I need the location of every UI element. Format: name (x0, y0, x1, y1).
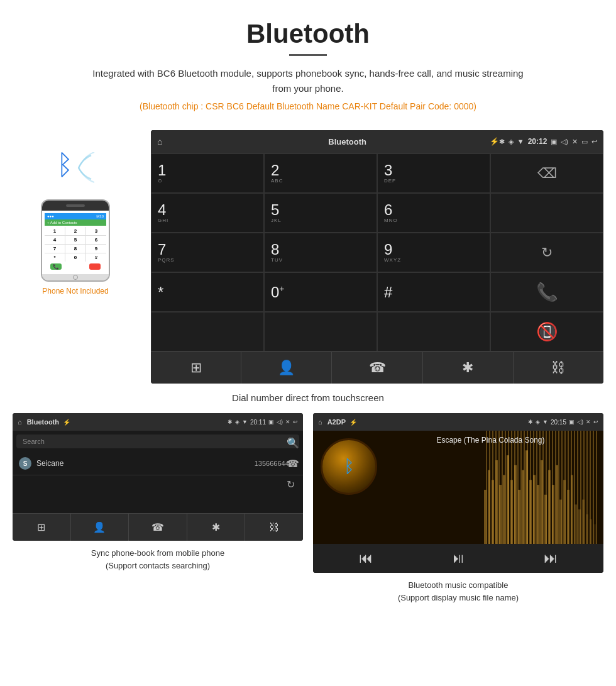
phonebook-screen: ⌂ Bluetooth ⚡ ✱ ◈ ▼ 20:11 ▣ ◁) ✕ ↩ Searc… (13, 413, 303, 541)
dial-empty-r5c3 (377, 312, 490, 351)
pb-status-bar: ⌂ Bluetooth ⚡ ✱ ◈ ▼ 20:11 ▣ ◁) ✕ ↩ (13, 413, 303, 431)
music-screen-wrap: ⌂ A2DP ⚡ ✱ ◈ ▼ 20:15 ▣ ◁) ✕ ↩ ᛒ (313, 413, 603, 604)
dial-key-4[interactable]: 4 GHI (151, 193, 264, 233)
dial-caption: Dial number direct from touchscreen (0, 392, 616, 403)
pb-call-icon[interactable]: ☎ (287, 458, 299, 470)
pb-search-bar[interactable]: Search (16, 434, 299, 448)
nav-contacts-icon: 👤 (278, 360, 295, 376)
nav-link-item[interactable]: ⛓ (514, 352, 603, 384)
music-home-icon[interactable]: ⌂ (318, 418, 322, 426)
pb-side-icons: 🔍 ☎ ↻ (287, 434, 299, 490)
car-home-icon[interactable]: ⌂ (157, 136, 162, 147)
dial-call-green-key[interactable]: 📞 (490, 272, 603, 312)
pb-contact-avatar: S (19, 457, 31, 470)
svg-rect-7 (510, 480, 513, 544)
music-caption: Bluetooth music compatible(Support displ… (398, 579, 519, 604)
dial-call-red-key[interactable]: 📵 (490, 312, 603, 351)
pb-spacer (13, 475, 303, 513)
svg-rect-10 (522, 470, 524, 544)
car-usb-icon: ⚡ (490, 137, 499, 146)
pb-nav-link[interactable]: ⛓ (245, 514, 303, 541)
phone-keypad: 1 2 3 4 5 6 7 8 9 * 0 # (45, 227, 106, 262)
dial-num-2: 2 (271, 163, 279, 178)
svg-rect-14 (537, 485, 539, 544)
phone-not-included-label: Phone Not Included (42, 287, 108, 296)
phone-key-2: 2 (65, 227, 85, 235)
svg-rect-21 (563, 480, 566, 544)
pb-close-icon[interactable]: ✕ (285, 419, 290, 425)
phone-key-5: 5 (65, 236, 85, 244)
dial-key-7[interactable]: 7 PQRS (151, 233, 264, 272)
music-vol-icon: ◁) (577, 419, 583, 425)
car-close-icon[interactable]: ✕ (572, 138, 578, 146)
pb-back-icon[interactable]: ↩ (293, 419, 298, 425)
dial-num-hash: # (384, 285, 392, 300)
phone-contacts-header: + Add to Contacts (45, 219, 106, 226)
pb-nav-calls[interactable]: ☎ (129, 514, 187, 541)
pb-contact-name[interactable]: Seicane (36, 459, 255, 468)
nav-contacts-item[interactable]: 👤 (241, 352, 332, 384)
nav-bluetooth-item[interactable]: ✱ (423, 352, 514, 384)
pb-nav-bluetooth[interactable]: ✱ (187, 514, 246, 541)
nav-dialpad-item[interactable]: ⊞ (151, 352, 241, 384)
dial-num-5: 5 (271, 202, 279, 218)
next-track-button[interactable]: ⏭ (544, 550, 558, 567)
page-title: Bluetooth (13, 19, 603, 49)
dial-redial-key[interactable]: ↻ (490, 233, 603, 272)
redial-icon: ↻ (541, 245, 553, 261)
dial-backspace-key[interactable]: ⌫ (490, 153, 603, 193)
dial-sub-3: DEF (384, 178, 396, 184)
dial-num-0: 0+ (271, 284, 285, 300)
dial-num-4: 4 (158, 202, 166, 218)
dialpad-grid: 1 ⊙ 2 ABC 3 DEF ⌫ 4 GHI 5 JKL (151, 153, 603, 351)
car-bt-icon: ✱ (499, 138, 505, 146)
dial-key-hash[interactable]: # (377, 272, 490, 312)
music-back-icon[interactable]: ↩ (593, 419, 598, 425)
dial-key-star[interactable]: * (151, 272, 264, 312)
pb-refresh-icon[interactable]: ↻ (287, 479, 299, 490)
dial-key-9[interactable]: 9 WXYZ (377, 233, 490, 272)
call-green-icon: 📞 (536, 282, 558, 302)
svg-rect-1 (488, 470, 490, 544)
car-back-icon[interactable]: ↩ (591, 138, 597, 146)
svg-rect-19 (556, 465, 558, 544)
dial-sub-2: ABC (271, 178, 283, 184)
phone-key-8: 8 (65, 245, 85, 253)
dial-sub-9: WXYZ (384, 257, 401, 263)
prev-track-button[interactable]: ⏮ (359, 550, 373, 567)
phonebook-caption: Sync phone-book from mobile phone(Suppor… (91, 547, 224, 572)
phone-key-1: 1 (45, 227, 65, 235)
dial-key-2[interactable]: 2 ABC (264, 153, 377, 193)
dial-key-8[interactable]: 8 TUV (264, 233, 377, 272)
dial-key-6[interactable]: 6 MNO (377, 193, 490, 233)
dial-num-star: * (158, 285, 163, 300)
dial-key-5[interactable]: 5 JKL (264, 193, 377, 233)
dial-empty-r5c1 (151, 312, 264, 351)
svg-rect-5 (503, 475, 505, 544)
phone-key-4: 4 (45, 236, 65, 244)
dial-key-0[interactable]: 0+ (264, 272, 377, 312)
pb-vol-icon: ◁) (277, 419, 283, 425)
play-pause-button[interactable]: ⏯ (451, 550, 465, 567)
pb-nav-dialpad[interactable]: ⊞ (13, 514, 71, 541)
backspace-icon: ⌫ (537, 165, 557, 182)
phone-time: M30 (96, 214, 104, 218)
dial-key-1[interactable]: 1 ⊙ (151, 153, 264, 193)
pb-loc-icon: ◈ (235, 419, 239, 425)
music-close-icon[interactable]: ✕ (586, 419, 591, 425)
dial-key-3[interactable]: 3 DEF (377, 153, 490, 193)
pb-search-placeholder: Search (23, 438, 45, 445)
pb-nav-contacts[interactable]: 👤 (71, 514, 129, 541)
svg-rect-16 (544, 495, 547, 544)
pb-home-icon[interactable]: ⌂ (18, 418, 22, 426)
pb-search-icon[interactable]: 🔍 (287, 437, 299, 449)
svg-rect-2 (492, 480, 494, 544)
dial-num-1: 1 (158, 163, 166, 178)
phone-section: ᛒ ●●● M30 + Add to Contacts 1 (13, 130, 138, 296)
svg-rect-13 (533, 475, 536, 544)
pb-sig-icon: ▼ (242, 419, 248, 425)
nav-calls-item[interactable]: ☎ (332, 352, 422, 384)
dial-sub-1: ⊙ (158, 178, 163, 184)
signal-waves-icon (75, 152, 101, 184)
music-usb-icon: ⚡ (349, 419, 357, 426)
